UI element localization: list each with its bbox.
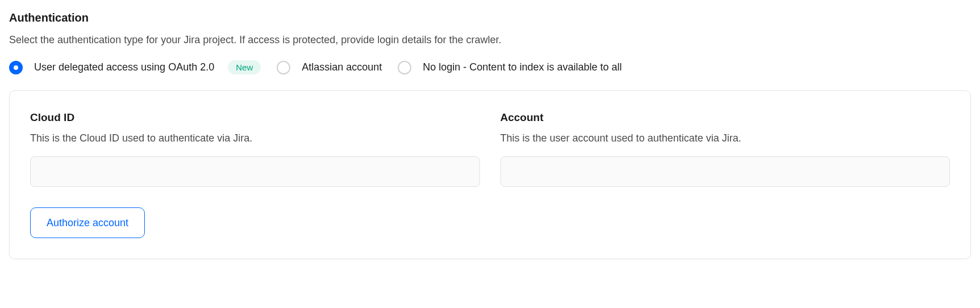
authorize-account-button[interactable]: Authorize account [30,207,145,238]
radio-circle-icon [398,61,411,74]
authentication-section: Authentication Select the authentication… [9,11,971,259]
radio-label: Atlassian account [302,61,382,73]
new-badge: New [228,60,261,74]
cloud-id-column: Cloud ID This is the Cloud ID used to au… [30,111,480,187]
cloud-id-input[interactable] [30,156,480,187]
account-column: Account This is the user account used to… [501,111,950,187]
cloud-id-label: Cloud ID [30,111,480,124]
radio-option-oauth[interactable]: User delegated access using OAuth 2.0 Ne… [9,60,261,74]
auth-type-radio-group: User delegated access using OAuth 2.0 Ne… [9,60,971,74]
section-title: Authentication [9,11,971,24]
radio-circle-icon [277,61,290,74]
radio-circle-icon [9,61,23,74]
section-description: Select the authentication type for your … [9,32,971,48]
radio-option-nologin[interactable]: No login - Content to index is available… [398,61,622,74]
account-input[interactable] [501,156,950,187]
auth-details-card: Cloud ID This is the Cloud ID used to au… [9,90,971,259]
cloud-id-description: This is the Cloud ID used to authenticat… [30,131,480,146]
radio-label: User delegated access using OAuth 2.0 [34,61,214,73]
form-row: Cloud ID This is the Cloud ID used to au… [30,111,950,187]
account-label: Account [501,111,950,124]
radio-label: No login - Content to index is available… [423,61,622,73]
radio-option-atlassian[interactable]: Atlassian account [277,61,382,74]
account-description: This is the user account used to authent… [501,131,950,146]
